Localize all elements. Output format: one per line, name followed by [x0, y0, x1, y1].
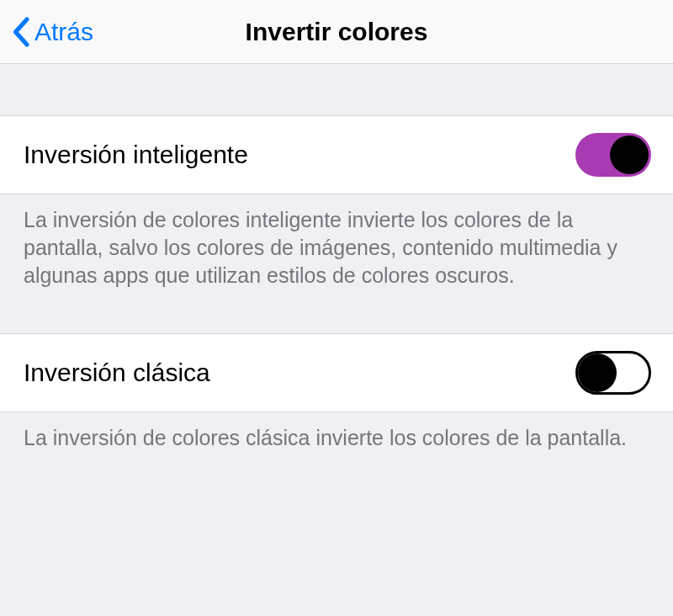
classic-invert-description: La inversión de colores clásica invierte…	[0, 412, 673, 452]
classic-invert-toggle[interactable]	[575, 351, 651, 395]
section-spacer	[0, 64, 673, 115]
toggle-knob-icon	[610, 135, 649, 174]
classic-invert-row[interactable]: Inversión clásica	[0, 333, 673, 412]
section-spacer	[0, 289, 673, 333]
toggle-knob-icon	[578, 353, 617, 392]
smart-invert-label: Inversión inteligente	[24, 141, 248, 169]
classic-invert-label: Inversión clásica	[24, 358, 210, 387]
smart-invert-description: La inversión de colores inteligente invi…	[0, 194, 673, 289]
smart-invert-toggle[interactable]	[575, 133, 651, 177]
back-label: Atrás	[34, 18, 93, 46]
navigation-bar: Atrás Invertir colores	[0, 0, 673, 64]
chevron-left-icon	[12, 17, 29, 47]
smart-invert-row[interactable]: Inversión inteligente	[0, 115, 673, 194]
back-button[interactable]: Atrás	[0, 0, 93, 63]
page-title: Invertir colores	[246, 18, 428, 46]
